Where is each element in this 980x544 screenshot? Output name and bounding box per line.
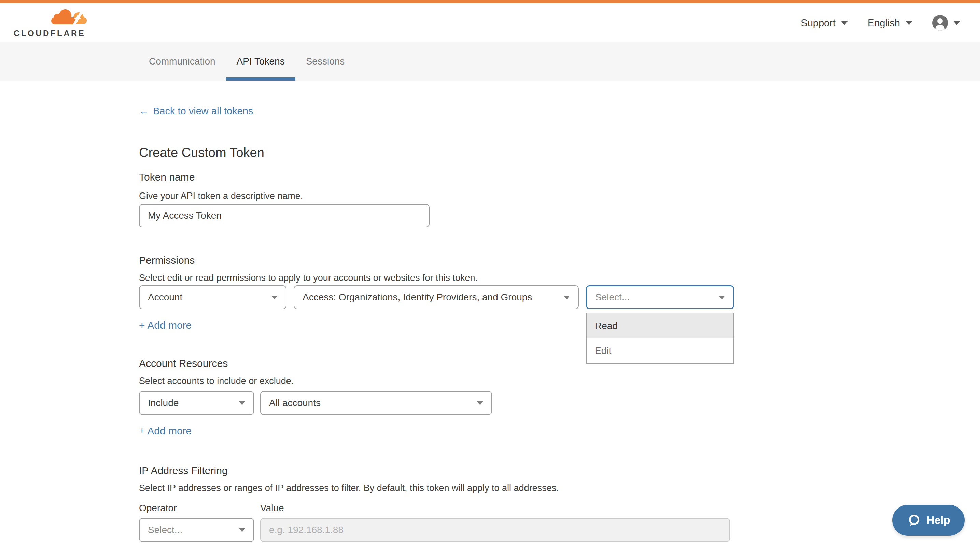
- chevron-down-icon: [239, 401, 245, 405]
- header: CLOUDFLARE Support English: [0, 3, 980, 42]
- main-content: ← Back to view all tokens Create Custom …: [0, 81, 980, 542]
- resource-mode-value: Include: [148, 398, 178, 409]
- account-resources-description: Select accounts to include or exclude.: [139, 375, 980, 387]
- back-link-label: Back to view all tokens: [153, 105, 253, 117]
- ip-filtering-heading: IP Address Filtering: [139, 464, 980, 477]
- chevron-down-icon: [239, 528, 245, 532]
- ip-filtering-labels: Operator Value: [139, 502, 980, 514]
- account-resources-heading: Account Resources: [139, 357, 980, 370]
- chevron-down-icon: [477, 401, 483, 405]
- access-dropdown-menu: Read Edit: [586, 312, 734, 364]
- chevron-down-icon: [564, 295, 570, 299]
- value-label: Value: [260, 502, 284, 514]
- cloudflare-logo[interactable]: CLOUDFLARE: [14, 6, 88, 40]
- permission-resource-select[interactable]: Access: Organizations, Identity Provider…: [294, 285, 579, 309]
- help-button[interactable]: Help: [892, 505, 965, 536]
- ip-filtering-description: Select IP addresses or ranges of IP addr…: [139, 482, 980, 494]
- chevron-down-icon: [719, 295, 725, 299]
- token-name-input[interactable]: [139, 204, 430, 227]
- token-name-description: Give your API token a descriptive name.: [139, 190, 980, 202]
- chevron-down-icon: [905, 21, 912, 25]
- back-to-tokens-link[interactable]: ← Back to view all tokens: [139, 105, 253, 117]
- dropdown-option-read[interactable]: Read: [587, 313, 733, 338]
- tab-label: Communication: [149, 56, 215, 67]
- permission-access-select-wrap: Select... Read Edit: [586, 285, 734, 309]
- chevron-down-icon: [841, 21, 848, 25]
- tab-sessions[interactable]: Sessions: [295, 42, 355, 81]
- tab-api-tokens[interactable]: API Tokens: [226, 42, 295, 81]
- user-avatar-icon: [932, 15, 948, 31]
- tab-label: API Tokens: [237, 56, 285, 67]
- tab-communication[interactable]: Communication: [138, 42, 226, 81]
- resource-target-value: All accounts: [269, 398, 321, 409]
- ip-operator-placeholder: Select...: [148, 525, 182, 536]
- permissions-row: Account Access: Organizations, Identity …: [139, 285, 980, 309]
- left-arrow-icon: ←: [139, 105, 149, 117]
- account-resources-add-more-link[interactable]: + Add more: [139, 425, 192, 438]
- operator-label: Operator: [139, 502, 260, 514]
- resource-target-select[interactable]: All accounts: [260, 391, 492, 415]
- tab-label: Sessions: [306, 56, 345, 67]
- language-menu[interactable]: English: [868, 17, 912, 29]
- permission-access-select[interactable]: Select...: [586, 285, 734, 309]
- support-menu[interactable]: Support: [801, 17, 848, 29]
- chat-bubble-icon: [907, 513, 921, 528]
- chevron-down-icon: [272, 295, 278, 299]
- permission-access-placeholder: Select...: [595, 292, 630, 303]
- dropdown-option-edit[interactable]: Edit: [587, 338, 733, 363]
- ip-operator-select[interactable]: Select...: [139, 518, 254, 542]
- header-right: Support English: [801, 15, 960, 31]
- chevron-down-icon: [953, 21, 960, 25]
- token-name-heading: Token name: [139, 171, 980, 184]
- page-title: Create Custom Token: [139, 145, 980, 160]
- permission-scope-select[interactable]: Account: [139, 285, 286, 309]
- ip-filtering-row: Select...: [139, 518, 980, 542]
- top-accent-bar: [0, 0, 980, 3]
- account-resources-row: Include All accounts: [139, 391, 980, 415]
- cloudflare-wordmark: CLOUDFLARE: [14, 29, 85, 38]
- tab-bar: Communication API Tokens Sessions: [0, 42, 980, 81]
- permissions-heading: Permissions: [139, 254, 980, 267]
- ip-value-input[interactable]: [260, 518, 730, 542]
- profile-menu[interactable]: [932, 15, 960, 31]
- support-label: Support: [801, 17, 835, 29]
- resource-mode-select[interactable]: Include: [139, 391, 254, 415]
- permission-scope-value: Account: [148, 292, 182, 303]
- permissions-add-more-link[interactable]: + Add more: [139, 319, 192, 332]
- language-label: English: [868, 17, 900, 29]
- help-button-label: Help: [926, 514, 950, 527]
- permissions-description: Select edit or read permissions to apply…: [139, 272, 980, 284]
- permission-resource-value: Access: Organizations, Identity Provider…: [302, 292, 532, 303]
- cloudflare-cloud-icon: [48, 8, 88, 27]
